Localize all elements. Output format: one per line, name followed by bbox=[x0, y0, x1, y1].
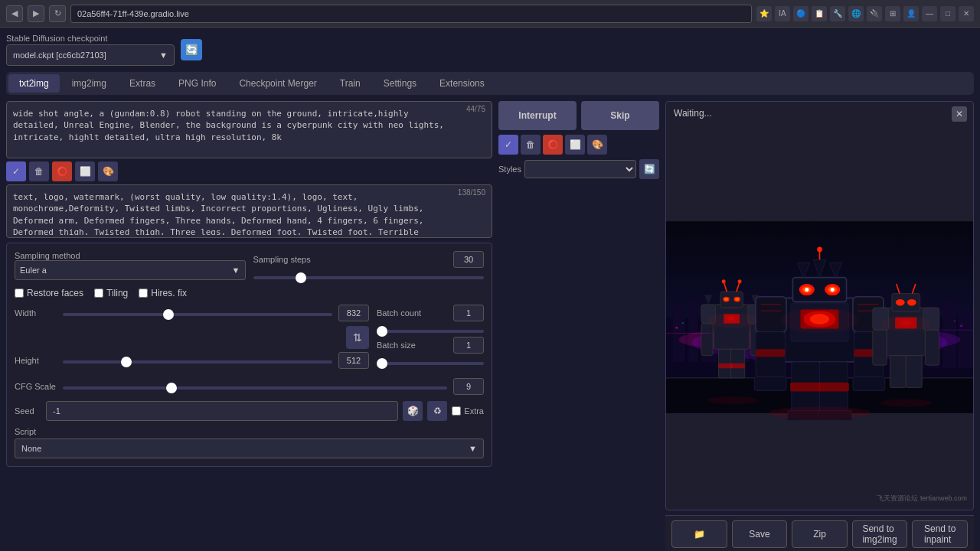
positive-prompt-input[interactable] bbox=[7, 102, 492, 155]
send-to-img2img-button[interactable]: Send toimg2img bbox=[852, 520, 908, 548]
batch-size-value[interactable]: 1 bbox=[453, 337, 484, 354]
checkpoint-refresh-button[interactable]: 🔄 bbox=[181, 39, 202, 60]
seed-dice-button[interactable]: 🎲 bbox=[403, 401, 423, 421]
generated-image-container bbox=[666, 125, 973, 510]
save-button[interactable]: Save bbox=[732, 520, 788, 548]
tiling-checkbox[interactable]: Tiling bbox=[94, 288, 128, 298]
forward-button[interactable]: ▶ bbox=[28, 5, 44, 22]
browser-ext-icon-9[interactable]: 👤 bbox=[903, 6, 919, 21]
svg-point-38 bbox=[738, 279, 742, 283]
seed-recycle-button[interactable]: ♻ bbox=[427, 401, 447, 421]
width-value[interactable]: 832 bbox=[338, 305, 369, 321]
sampling-steps-value[interactable]: 30 bbox=[453, 251, 484, 268]
tab-img2img[interactable]: img2img bbox=[61, 74, 117, 93]
red-circle-icon[interactable]: ⭕ bbox=[52, 161, 72, 181]
script-value: None bbox=[21, 444, 41, 453]
extra-checkbox[interactable]: Extra bbox=[452, 406, 484, 416]
right-toolbar: Interrupt Skip ✓ 🗑 ⭕ ⬜ 🎨 Styles 🔄 bbox=[498, 101, 659, 551]
batch-count-slider-container[interactable] bbox=[377, 324, 484, 332]
browser-ext-icon-4[interactable]: 📋 bbox=[812, 6, 827, 21]
refresh-button[interactable]: ↻ bbox=[49, 5, 66, 22]
height-value[interactable]: 512 bbox=[338, 352, 369, 369]
color-icon[interactable]: 🎨 bbox=[98, 161, 118, 181]
styles-dropdown[interactable] bbox=[524, 160, 636, 178]
style-white-icon[interactable]: ⬜ bbox=[565, 135, 585, 155]
style-red-icon[interactable]: ⭕ bbox=[543, 135, 563, 155]
bottom-action-bar: 📁 Save Zip Send toimg2img Send toinpaint bbox=[665, 515, 974, 551]
tab-extensions[interactable]: Extensions bbox=[429, 74, 495, 93]
sampling-chevron-icon: ▼ bbox=[232, 266, 240, 275]
minimize-button[interactable]: — bbox=[922, 6, 937, 21]
svg-rect-83 bbox=[873, 330, 887, 365]
styles-label: Styles bbox=[498, 165, 521, 174]
svg-rect-3 bbox=[688, 298, 698, 362]
skip-button[interactable]: Skip bbox=[581, 101, 659, 130]
checkpoint-dropdown[interactable]: model.ckpt [cc6cb27103] ▼ bbox=[6, 44, 175, 66]
batch-count-label: Batch count bbox=[377, 308, 421, 318]
script-chevron-icon: ▼ bbox=[469, 444, 477, 453]
tab-settings[interactable]: Settings bbox=[373, 74, 427, 93]
send-to-inpaint-button[interactable]: Send toinpaint bbox=[912, 520, 968, 548]
waiting-label: Waiting... bbox=[674, 108, 712, 119]
width-slider-container[interactable] bbox=[63, 308, 332, 318]
url-bar[interactable]: 02a56ff4-71ff-439e.gradio.live bbox=[70, 5, 752, 23]
browser-ext-icon-1[interactable]: ⭐ bbox=[756, 6, 772, 21]
style-checkmark-icon[interactable]: ✓ bbox=[498, 135, 518, 155]
script-dropdown[interactable]: None ▼ bbox=[15, 439, 484, 458]
tab-train[interactable]: Train bbox=[329, 74, 371, 93]
svg-point-91 bbox=[880, 316, 932, 331]
dimension-batch-row: Width 832 ⇅ Height bbox=[15, 305, 484, 373]
checkpoint-value: model.ckpt [cc6cb27103] bbox=[13, 51, 106, 60]
folder-button[interactable]: 📁 bbox=[671, 520, 727, 548]
swap-dimensions-button[interactable]: ⇅ bbox=[346, 326, 369, 349]
styles-refresh-button[interactable]: 🔄 bbox=[639, 159, 659, 179]
sampling-steps-slider[interactable] bbox=[253, 271, 485, 282]
interrupt-button[interactable]: Interrupt bbox=[498, 101, 577, 130]
browser-actions: ⭐ IA 🔵 📋 🔧 🌐 🔌 ⊞ 👤 — □ ✕ bbox=[756, 6, 974, 21]
seed-row: Seed 🎲 ♻ Extra bbox=[15, 401, 484, 421]
left-panel: 44/75 ✓ 🗑 ⭕ ⬜ 🎨 138/150 bbox=[6, 101, 492, 551]
tab-txt2img[interactable]: txt2img bbox=[8, 74, 60, 93]
batch-size-slider-container[interactable] bbox=[377, 357, 484, 367]
close-button[interactable]: ✕ bbox=[959, 6, 974, 21]
svg-rect-84 bbox=[925, 330, 939, 365]
checkboxes-row: Restore faces Tiling Hires. fix bbox=[15, 288, 484, 298]
svg-point-51 bbox=[831, 288, 835, 292]
negative-prompt-area: 138/150 bbox=[6, 184, 492, 238]
style-palette-icon[interactable]: 🎨 bbox=[587, 135, 607, 155]
batch-count-value[interactable]: 1 bbox=[453, 305, 484, 321]
hires-fix-checkbox[interactable]: Hires. fix bbox=[139, 288, 187, 298]
width-label: Width bbox=[15, 308, 57, 318]
browser-ext-icon-2[interactable]: IA bbox=[775, 6, 790, 21]
zip-label: Zip bbox=[813, 529, 826, 540]
checkmark-icon[interactable]: ✓ bbox=[6, 161, 26, 181]
seed-input[interactable] bbox=[46, 401, 398, 421]
browser-ext-icon-6[interactable]: 🌐 bbox=[848, 6, 864, 21]
sampling-method-dropdown[interactable]: Euler a ▼ bbox=[15, 260, 246, 280]
white-box-icon[interactable]: ⬜ bbox=[75, 161, 95, 181]
negative-prompt-input[interactable] bbox=[7, 185, 492, 235]
browser-ext-icon-3[interactable]: 🔵 bbox=[793, 6, 808, 21]
mecha-scene-svg bbox=[666, 125, 973, 510]
save-label: Save bbox=[749, 529, 769, 540]
cfg-scale-slider-container[interactable] bbox=[63, 381, 447, 392]
browser-ext-icon-8[interactable]: ⊞ bbox=[885, 6, 900, 21]
browser-ext-icon-7[interactable]: 🔌 bbox=[867, 6, 882, 21]
svg-rect-75 bbox=[887, 308, 925, 356]
browser-ext-icon-5[interactable]: 🔧 bbox=[830, 6, 845, 21]
tab-png-info[interactable]: PNG Info bbox=[168, 74, 227, 93]
image-close-button[interactable]: ✕ bbox=[952, 106, 967, 122]
height-slider-container[interactable] bbox=[63, 355, 332, 366]
batch-count-group: Batch count 1 bbox=[377, 305, 484, 332]
maximize-button[interactable]: □ bbox=[940, 6, 956, 21]
trash-icon[interactable]: 🗑 bbox=[29, 161, 49, 181]
zip-button[interactable]: Zip bbox=[792, 520, 848, 548]
style-trash-icon[interactable]: 🗑 bbox=[521, 135, 541, 155]
tab-checkpoint-merger[interactable]: Checkpoint Merger bbox=[228, 74, 327, 93]
cfg-scale-value[interactable]: 9 bbox=[453, 378, 484, 395]
tab-extras[interactable]: Extras bbox=[119, 74, 166, 93]
send-inpaint-label: Send toinpaint bbox=[924, 523, 956, 545]
batch-size-label: Batch size bbox=[377, 341, 416, 350]
restore-faces-checkbox[interactable]: Restore faces bbox=[15, 288, 83, 298]
back-button[interactable]: ◀ bbox=[6, 5, 23, 22]
